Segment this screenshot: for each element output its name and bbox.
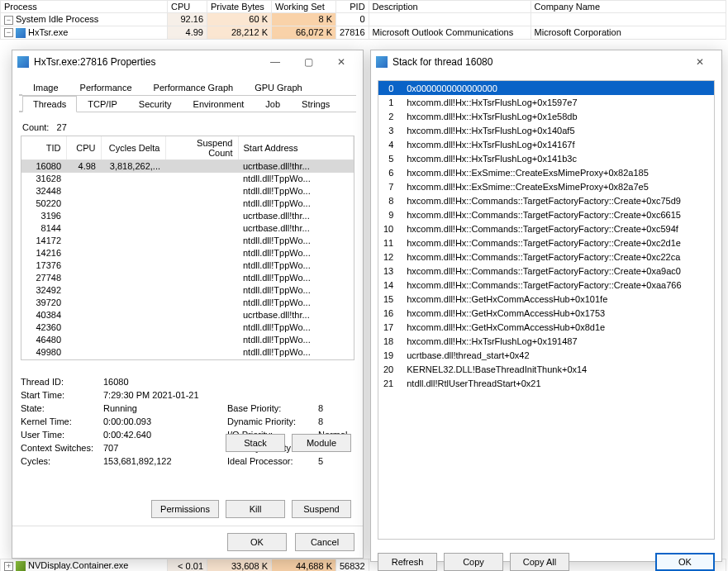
thread-row[interactable]: 49980ntdll.dll!TppWo... xyxy=(21,346,354,359)
thread-row[interactable]: 14216ntdll.dll!TppWo... xyxy=(21,247,354,259)
stack-frame-row[interactable]: 8hxcomm.dll!Hx::Commands::TargetFactoryF… xyxy=(378,193,714,207)
col-suspend[interactable]: Suspend Count xyxy=(165,136,238,160)
ok-button[interactable]: OK xyxy=(655,553,715,571)
thread-row[interactable]: 27748ntdll.dll!TppWo... xyxy=(21,272,354,284)
stack-frame-row[interactable]: 12hxcomm.dll!Hx::Commands::TargetFactory… xyxy=(378,250,714,264)
stack-frame-row[interactable]: 21ntdll.dll!RtlUserThreadStart+0x21 xyxy=(378,376,714,390)
stack-frame-row[interactable]: 15hxcomm.dll!Hx::GetHxCommAccessHub+0x10… xyxy=(378,292,714,306)
col-working-set[interactable]: Working Set xyxy=(272,1,336,13)
thread-row[interactable]: 46480ntdll.dll!TppWo... xyxy=(21,334,354,346)
thread-row[interactable]: 3196ucrtbase.dll!thr... xyxy=(21,210,354,222)
tree-expand-icon[interactable]: + xyxy=(4,562,13,571)
thread-row[interactable]: 31628ntdll.dll!TppWo... xyxy=(21,173,354,185)
titlebar[interactable]: Stack for thread 16080 ✕ xyxy=(371,50,721,74)
suspend-button[interactable]: Suspend xyxy=(292,500,351,518)
tree-expand-icon[interactable]: − xyxy=(4,16,13,25)
col-company[interactable]: Company Name xyxy=(531,1,726,13)
tab-tcp-ip[interactable]: TCP/IP xyxy=(77,96,127,112)
stack-frame-row[interactable]: 00x0000000000000000 xyxy=(378,81,714,95)
thread-list[interactable]: TID CPU Cycles Delta Suspend Count Start… xyxy=(21,136,354,360)
stack-frame-row[interactable]: 7hxcomm.dll!Hx::ExSmime::CreateExsMimePr… xyxy=(378,179,714,193)
kill-button[interactable]: Kill xyxy=(226,500,285,518)
stack-frame-row[interactable]: 2hxcomm.dll!Hx::HxTsrFlushLog+0x1e58db xyxy=(378,109,714,123)
tab-threads[interactable]: Threads xyxy=(22,96,77,112)
detail-value xyxy=(318,377,376,387)
tab-job[interactable]: Job xyxy=(255,96,291,112)
col-cycles[interactable]: Cycles Delta xyxy=(101,136,165,160)
tab-performance-graph[interactable]: Performance Graph xyxy=(143,79,245,96)
thread-row[interactable]: 40384ucrtbase.dll!thr... xyxy=(21,309,354,321)
col-cpu[interactable]: CPU xyxy=(168,1,207,13)
detail-value: 8 xyxy=(318,416,376,426)
maximize-button[interactable]: ▢ xyxy=(292,51,325,73)
tab-image[interactable]: Image xyxy=(22,79,69,96)
col-tid[interactable]: TID xyxy=(21,136,66,160)
stack-frame-row[interactable]: 17hxcomm.dll!Hx::GetHxCommAccessHub+0x8d… xyxy=(378,320,714,334)
process-header-row: Process CPU Private Bytes Working Set PI… xyxy=(1,1,726,13)
thread-row[interactable]: 50220ntdll.dll!TppWo... xyxy=(21,197,354,210)
window-title: HxTsr.exe:27816 Properties xyxy=(34,56,259,68)
thread-row[interactable]: 14172ntdll.dll!TppWo... xyxy=(21,235,354,247)
tab-environment[interactable]: Environment xyxy=(183,96,255,112)
refresh-button[interactable]: Refresh xyxy=(378,553,437,571)
tab-gpu-graph[interactable]: GPU Graph xyxy=(244,79,312,96)
stack-list[interactable]: 00x00000000000000001hxcomm.dll!Hx::HxTsr… xyxy=(378,80,715,540)
detail-value: 0:00:42.640 xyxy=(103,430,227,440)
thread-row[interactable]: 39720ntdll.dll!TppWo... xyxy=(21,297,354,309)
stack-frame-row[interactable]: 1hxcomm.dll!Hx::HxTsrFlushLog+0x1597e7 xyxy=(378,95,714,109)
stack-frame-row[interactable]: 14hxcomm.dll!Hx::Commands::TargetFactory… xyxy=(378,278,714,292)
detail-value xyxy=(318,390,376,400)
copy-all-button[interactable]: Copy All xyxy=(510,553,569,571)
tree-expand-icon[interactable]: − xyxy=(4,28,13,37)
stack-frame-row[interactable]: 5hxcomm.dll!Hx::HxTsrFlushLog+0x141b3c xyxy=(378,151,714,165)
col-priv-bytes[interactable]: Private Bytes xyxy=(207,1,272,13)
process-icon xyxy=(16,561,26,571)
proc-name: HxTsr.exe xyxy=(28,27,68,37)
cancel-button[interactable]: Cancel xyxy=(295,533,354,551)
minimize-button[interactable]: — xyxy=(259,51,292,73)
stack-frame-row[interactable]: 6hxcomm.dll!Hx::ExSmime::CreateExsMimePr… xyxy=(378,165,714,179)
stack-frame-row[interactable]: 20KERNEL32.DLL!BaseThreadInitThunk+0x14 xyxy=(378,362,714,376)
stack-frame-row[interactable]: 19ucrtbase.dll!thread_start+0x42 xyxy=(378,348,714,362)
permissions-button[interactable]: Permissions xyxy=(151,500,219,518)
col-process[interactable]: Process xyxy=(1,1,168,13)
detail-label: Start Time: xyxy=(21,390,103,400)
process-row[interactable]: −System Idle Process 92.16 60 K 8 K 0 xyxy=(1,13,726,26)
properties-dialog: HxTsr.exe:27816 Properties — ▢ ✕ ImagePe… xyxy=(12,50,364,559)
col-cpu[interactable]: CPU xyxy=(66,136,101,160)
thread-row[interactable]: 32492ntdll.dll!TppWo... xyxy=(21,284,354,297)
stack-frame-row[interactable]: 10hxcomm.dll!Hx::Commands::TargetFactory… xyxy=(378,221,714,236)
thread-row[interactable]: 160804.983,818,262,...ucrtbase.dll!thr..… xyxy=(21,160,354,173)
stack-frame-row[interactable]: 11hxcomm.dll!Hx::Commands::TargetFactory… xyxy=(378,236,714,250)
stack-frame-row[interactable]: 16hxcomm.dll!Hx::GetHxCommAccessHub+0x17… xyxy=(378,306,714,320)
tab-strings[interactable]: Strings xyxy=(291,96,340,112)
col-start-addr[interactable]: Start Address xyxy=(238,136,354,160)
ok-button[interactable]: OK xyxy=(227,533,287,551)
process-row[interactable]: −HxTsr.exe 4.99 28,212 K 66,072 K 27816 … xyxy=(1,26,726,39)
thread-row[interactable]: 50008ntdll.dll!TppWo... xyxy=(21,359,354,361)
thread-row[interactable]: 42360ntdll.dll!TppWo... xyxy=(21,321,354,334)
process-icon xyxy=(16,28,26,38)
stack-frame-row[interactable]: 4hxcomm.dll!Hx::HxTsrFlushLog+0x14167f xyxy=(378,137,714,151)
tab-security[interactable]: Security xyxy=(128,96,183,112)
stack-frame-row[interactable]: 3hxcomm.dll!Hx::HxTsrFlushLog+0x140af5 xyxy=(378,123,714,137)
col-description[interactable]: Description xyxy=(369,1,531,13)
process-table[interactable]: Process CPU Private Bytes Working Set PI… xyxy=(0,0,726,40)
count-label: Count: xyxy=(22,122,49,132)
detail-label: Kernel Time: xyxy=(21,416,103,426)
module-button[interactable]: Module xyxy=(292,434,351,452)
thread-row[interactable]: 8144ucrtbase.dll!thr... xyxy=(21,222,354,235)
copy-button[interactable]: Copy xyxy=(444,553,503,571)
titlebar[interactable]: HxTsr.exe:27816 Properties — ▢ ✕ xyxy=(12,50,363,74)
thread-row[interactable]: 32448ntdll.dll!TppWo... xyxy=(21,185,354,197)
stack-button[interactable]: Stack xyxy=(226,434,285,452)
stack-frame-row[interactable]: 9hxcomm.dll!Hx::Commands::TargetFactoryF… xyxy=(378,207,714,221)
thread-row[interactable]: 17376ntdll.dll!TppWo... xyxy=(21,259,354,272)
tab-performance[interactable]: Performance xyxy=(69,79,143,96)
detail-value: Running xyxy=(103,403,227,413)
stack-frame-row[interactable]: 18hxcomm.dll!Hx::HxTsrFlushLog+0x191487 xyxy=(378,334,714,348)
col-pid[interactable]: PID xyxy=(336,1,369,13)
close-button[interactable]: ✕ xyxy=(683,51,716,73)
stack-frame-row[interactable]: 13hxcomm.dll!Hx::Commands::TargetFactory… xyxy=(378,264,714,278)
close-button[interactable]: ✕ xyxy=(325,51,358,73)
